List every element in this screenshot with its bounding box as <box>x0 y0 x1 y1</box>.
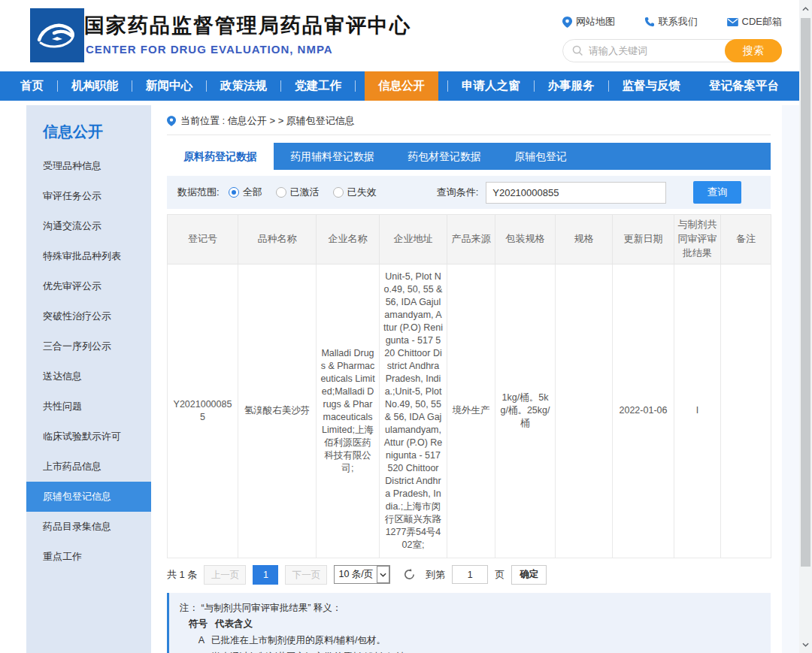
page-size-value: 10 条/页 <box>335 568 377 581</box>
filter-bar: 数据范围: 全部 已激活 已失效 查询条件: 查询 <box>167 176 771 209</box>
location-pin-icon <box>167 116 176 126</box>
cell-reg-no: Y20210000855 <box>168 264 238 558</box>
nav-item-functions[interactable]: 机构职能 <box>67 71 123 101</box>
breadcrumb-text: 当前位置 : 信息公开 > > 原辅包登记信息 <box>180 114 355 128</box>
sidebar-item-three-in-one[interactable]: 三合一序列公示 <box>26 331 151 361</box>
note-symbol-i: I <box>192 649 211 653</box>
col-update-date: 更新日期 <box>613 215 674 265</box>
tab-packaging-registration-data[interactable]: 药包材登记数据 <box>391 143 498 170</box>
search-placeholder: 请输入关键词 <box>589 44 647 58</box>
sidebar-item-review-tasks[interactable]: 审评任务公示 <box>26 181 151 211</box>
query-button[interactable]: 查询 <box>693 181 741 204</box>
nav-item-policy[interactable]: 政策法规 <box>216 71 271 101</box>
phone-icon <box>644 17 655 27</box>
scroll-down-arrow[interactable] <box>799 638 812 651</box>
goto-unit: 页 <box>495 568 504 582</box>
radio-all-label: 全部 <box>243 186 262 199</box>
col-review-result: 与制剂共同审评审批结果 <box>674 215 721 265</box>
cde-mail-label: CDE邮箱 <box>742 15 782 29</box>
tab-excipient-registration-data[interactable]: 药用辅料登记数据 <box>274 143 391 170</box>
col-address: 企业地址 <box>380 215 447 265</box>
nav-item-registration-platform[interactable]: 登记备案平台 <box>704 71 783 101</box>
nav-item-party[interactable]: 党建工作 <box>290 71 346 101</box>
radio-icon <box>276 187 286 198</box>
sidebar-item-priority-review[interactable]: 优先审评公示 <box>26 271 151 301</box>
confirm-button[interactable]: 确定 <box>511 565 547 585</box>
page-subtitle: CENTER FOR DRUG EVALUATION, NMPA <box>86 43 333 56</box>
col-source: 产品来源 <box>447 215 495 265</box>
next-page-button[interactable]: 下一页 <box>285 565 327 585</box>
note-row-a: A 已批准在上市制剂使用的原料/辅料/包材。 <box>180 633 760 649</box>
tab-apie-registration[interactable]: 原辅包登记 <box>498 143 583 170</box>
chevron-down-icon <box>377 566 389 583</box>
nav-separator <box>57 80 58 92</box>
refresh-icon <box>403 568 416 581</box>
query-label: 查询条件: <box>437 186 479 199</box>
note-box: 注： “与制剂共同审评审批结果” 释义： 符号 代表含义 A 已批准在上市制剂使… <box>167 593 771 653</box>
cell-name: 氢溴酸右美沙芬 <box>238 264 317 558</box>
col-name: 品种名称 <box>238 215 317 265</box>
col-company: 企业名称 <box>317 215 380 265</box>
radio-expired-label: 已失效 <box>347 186 377 199</box>
search-button[interactable]: 搜索 <box>725 39 782 62</box>
nav-gap <box>685 71 704 101</box>
scope-label: 数据范围: <box>177 186 220 199</box>
sidebar-item-breakthrough-therapy[interactable]: 突破性治疗公示 <box>26 301 151 331</box>
col-reg-no: 登记号 <box>168 215 238 265</box>
nav-item-applicant-window[interactable]: 申请人之窗 <box>457 71 525 101</box>
nav-separator <box>608 80 609 92</box>
scroll-up-arrow[interactable] <box>799 2 812 15</box>
table-header-row: 登记号 品种名称 企业名称 企业地址 产品来源 包装规格 规格 更新日期 与制剂… <box>168 215 771 265</box>
cde-logo[interactable] <box>30 8 84 62</box>
radio-activated[interactable]: 已激活 <box>276 186 320 199</box>
contact-link[interactable]: 联系我们 <box>644 15 698 29</box>
refresh-button[interactable] <box>403 568 416 581</box>
sidebar-item-apie-registration[interactable]: 原辅包登记信息 <box>26 482 151 512</box>
radio-icon <box>229 187 239 198</box>
note-meaning-i: 尚未通过与制剂共同审评审批的原料/辅料/包材。 <box>211 649 414 653</box>
radio-all[interactable]: 全部 <box>229 186 262 199</box>
contact-label: 联系我们 <box>659 15 698 29</box>
sidebar-item-key-work[interactable]: 重点工作 <box>26 542 151 572</box>
sidebar-item-special-approval[interactable]: 特殊审批品种列表 <box>26 241 151 271</box>
sidebar-item-marketed-drugs[interactable]: 上市药品信息 <box>26 452 151 482</box>
scrollbar[interactable] <box>799 0 812 653</box>
prev-page-button[interactable]: 上一页 <box>204 565 246 585</box>
col-spec: 规格 <box>556 215 613 265</box>
sidebar-item-common-issues[interactable]: 共性问题 <box>26 391 151 422</box>
sidebar: 信息公开 受理品种信息 审评任务公示 沟通交流公示 特殊审批品种列表 优先审评公… <box>26 105 151 653</box>
scrollbar-thumb[interactable] <box>801 18 810 567</box>
sidebar-item-clinical-trial-license[interactable]: 临床试验默示许可 <box>26 422 151 452</box>
cell-source: 境外生产 <box>447 264 495 558</box>
header-search: 请输入关键词 搜索 <box>562 39 782 62</box>
query-input[interactable] <box>486 182 666 204</box>
sitemap-link[interactable]: 网站地图 <box>562 15 615 29</box>
chevron-up-icon <box>802 7 809 11</box>
site-header: 国家药品监督管理局药品审评中心 CENTER FOR DRUG EVALUATI… <box>0 0 799 71</box>
tab-api-registration-data[interactable]: 原料药登记数据 <box>167 143 274 170</box>
sidebar-item-delivery-info[interactable]: 送达信息 <box>26 361 151 391</box>
nav-separator <box>355 80 356 92</box>
nav-item-news[interactable]: 新闻中心 <box>141 71 197 101</box>
goto-page-input[interactable] <box>452 565 488 584</box>
page-size-select[interactable]: 10 条/页 <box>334 565 390 584</box>
sidebar-item-communication[interactable]: 沟通交流公示 <box>26 211 151 241</box>
cde-mail-link[interactable]: CDE邮箱 <box>727 15 782 29</box>
sidebar-item-accepted-varieties[interactable]: 受理品种信息 <box>26 151 151 181</box>
nav-item-home[interactable]: 首页 <box>16 71 48 101</box>
col-package: 包装规格 <box>495 215 556 265</box>
nav-separator <box>447 80 448 92</box>
total-count: 共 1 条 <box>167 568 197 582</box>
chevron-down-icon <box>802 642 809 647</box>
nav-separator <box>206 80 207 92</box>
page-number-1[interactable]: 1 <box>253 565 278 585</box>
nav-item-supervision[interactable]: 监督与反馈 <box>618 71 686 101</box>
radio-expired[interactable]: 已失效 <box>333 186 377 199</box>
nav-item-info-disclosure[interactable]: 信息公开 <box>365 71 438 101</box>
nav-item-services[interactable]: 办事服务 <box>544 71 599 101</box>
tab-bar: 原料药登记数据 药用辅料登记数据 药包材登记数据 原辅包登记 <box>167 143 771 170</box>
cell-package: 1kg/桶。5kg/桶。25kg/桶 <box>495 264 556 558</box>
sidebar-item-drug-catalog[interactable]: 药品目录集信息 <box>26 512 151 542</box>
cell-spec <box>556 264 613 558</box>
results-table: 登记号 品种名称 企业名称 企业地址 产品来源 包装规格 规格 更新日期 与制剂… <box>167 214 771 558</box>
